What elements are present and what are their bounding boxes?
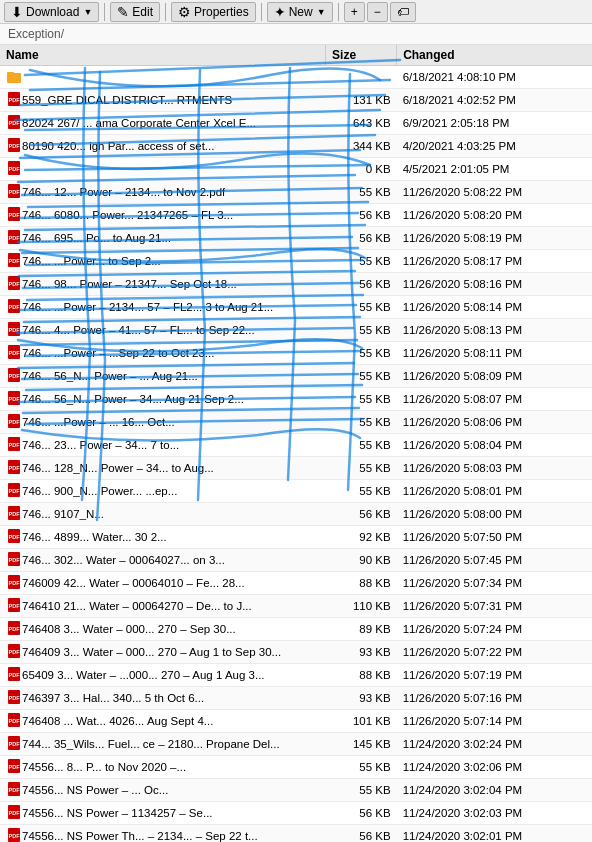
table-row[interactable]: PDF746... 6080... Power... 21347265 – FL… (0, 204, 592, 227)
file-name-cell: PDF746397 3... Hal... 340... 5 th Oct 6.… (0, 687, 326, 710)
pdf-icon: PDF (6, 827, 22, 842)
file-name-text: 746... 23... Power – 34... 7 to... (22, 439, 179, 451)
table-row[interactable]: PDF746410 21... Water – 00064270 – De...… (0, 595, 592, 618)
table-row[interactable]: PDF0 KB4/5/2021 2:01:05 PM (0, 158, 592, 181)
table-row[interactable]: PDF80190 420... igh Par... access of set… (0, 135, 592, 158)
file-name-text: 746... ...Power – ...Sep 22 to Oct 23... (22, 347, 214, 359)
table-row[interactable]: PDF74556... NS Power – 1134257 – Se...56… (0, 802, 592, 825)
file-name-cell: PDF746... 56_N... Power – 34... Aug 21 S… (0, 388, 326, 411)
table-row[interactable]: PDF746408 3... Water – 000... 270 – Sep … (0, 618, 592, 641)
file-size-cell: 56 KB (326, 227, 397, 250)
minus-button[interactable]: − (367, 2, 388, 22)
new-button[interactable]: ✦ New ▼ (267, 2, 333, 22)
column-name[interactable]: Name (0, 45, 326, 66)
svg-text:PDF: PDF (9, 235, 21, 241)
file-name-text: 746009 42... Water – 00064010 – Fe... 28… (22, 577, 245, 589)
pdf-icon: PDF (6, 620, 22, 638)
svg-text:PDF: PDF (9, 396, 21, 402)
file-size-cell: 55 KB (326, 457, 397, 480)
svg-text:PDF: PDF (9, 511, 21, 517)
table-row[interactable]: PDF746... 9107_N...56 KB11/26/2020 5:08:… (0, 503, 592, 526)
table-row[interactable]: PDF746... 56_N... Power – ... Aug 21...5… (0, 365, 592, 388)
table-row[interactable]: PDF746... 4899... Water... 30 2...92 KB1… (0, 526, 592, 549)
column-size[interactable]: Size (326, 45, 397, 66)
pdf-icon: PDF (6, 413, 22, 431)
svg-text:PDF: PDF (9, 557, 21, 563)
table-row[interactable]: 6/18/2021 4:08:10 PM (0, 66, 592, 89)
table-row[interactable]: PDF746... 695... Po... to Aug 21...56 KB… (0, 227, 592, 250)
file-changed-cell: 11/26/2020 5:08:17 PM (397, 250, 592, 273)
pdf-icon: PDF (6, 528, 22, 546)
svg-text:PDF: PDF (9, 534, 21, 540)
table-row[interactable]: PDF746... 56_N... Power – 34... Aug 21 S… (0, 388, 592, 411)
table-row[interactable]: PDF746... 302... Water – 00064027... on … (0, 549, 592, 572)
svg-text:PDF: PDF (9, 741, 21, 747)
table-row[interactable]: PDF746397 3... Hal... 340... 5 th Oct 6.… (0, 687, 592, 710)
table-row[interactable]: PDF746... 4... Power – 41... 57 – FL... … (0, 319, 592, 342)
svg-text:PDF: PDF (9, 695, 21, 701)
file-name-cell: PDF746... 4... Power – 41... 57 – FL... … (0, 319, 326, 342)
tag-button[interactable]: 🏷 (390, 2, 416, 22)
file-changed-cell: 11/26/2020 5:08:07 PM (397, 388, 592, 411)
file-changed-cell: 11/26/2020 5:08:22 PM (397, 181, 592, 204)
file-size-cell: 93 KB (326, 687, 397, 710)
column-changed[interactable]: Changed (397, 45, 592, 66)
svg-text:PDF: PDF (9, 649, 21, 655)
table-row[interactable]: PDF65409 3... Water – ...000... 270 – Au… (0, 664, 592, 687)
file-changed-cell: 11/26/2020 5:07:16 PM (397, 687, 592, 710)
file-changed-cell: 11/26/2020 5:08:03 PM (397, 457, 592, 480)
file-changed-cell: 11/26/2020 5:07:14 PM (397, 710, 592, 733)
pdf-icon: PDF (6, 804, 22, 822)
table-row[interactable]: PDF746... 98... Power – 21347... Sep Oct… (0, 273, 592, 296)
table-row[interactable]: PDF746... ...Power... to Sep 2...55 KB11… (0, 250, 592, 273)
download-button[interactable]: ⬇ Download ▼ (4, 2, 99, 22)
pdf-icon: PDF (6, 712, 22, 730)
separator-1 (104, 3, 105, 21)
file-name-cell: PDF746... 695... Po... to Aug 21... (0, 227, 326, 250)
file-name-text: 746... ...Power – ... 16... Oct... (22, 416, 175, 428)
file-size-cell: 55 KB (326, 388, 397, 411)
properties-button[interactable]: ⚙ Properties (171, 2, 256, 22)
table-row[interactable]: PDF746... 12... Power – 2134... to Nov 2… (0, 181, 592, 204)
file-size-cell (326, 66, 397, 89)
table-row[interactable]: PDF746... 128_N... Power – 34... to Aug.… (0, 457, 592, 480)
file-size-cell: 344 KB (326, 135, 397, 158)
file-changed-cell: 11/26/2020 5:08:19 PM (397, 227, 592, 250)
file-name-text: 746410 21... Water – 00064270 – De... to… (22, 600, 252, 612)
pdf-icon: PDF (6, 505, 22, 523)
table-row[interactable]: PDF74556... NS Power – ... Oc...55 KB11/… (0, 779, 592, 802)
table-row[interactable]: PDF82024 267/ ... ama Corporate Center X… (0, 112, 592, 135)
table-row[interactable]: PDF746... ...Power – ...Sep 22 to Oct 23… (0, 342, 592, 365)
add-button[interactable]: + (344, 2, 365, 22)
table-row[interactable]: PDF746... 23... Power – 34... 7 to...55 … (0, 434, 592, 457)
table-row[interactable]: PDF746... 900_N... Power... ...ep...55 K… (0, 480, 592, 503)
edit-icon: ✎ (117, 5, 129, 19)
file-name-cell: PDF746... 98... Power – 21347... Sep Oct… (0, 273, 326, 296)
file-name-text: 746... ...Power – 2134... 57 – FL2... 3 … (22, 301, 273, 313)
table-row[interactable]: PDF74556... NS Power Th... – 2134... – S… (0, 825, 592, 843)
table-row[interactable]: PDF559_GRE DICAL DISTRICT... RTMENTS131 … (0, 89, 592, 112)
new-icon: ✦ (274, 5, 286, 19)
file-name-text: 559_GRE DICAL DISTRICT... RTMENTS (22, 94, 232, 106)
pdf-icon: PDF (6, 666, 22, 684)
edit-button[interactable]: ✎ Edit (110, 2, 160, 22)
file-name-cell: PDF746... 56_N... Power – ... Aug 21... (0, 365, 326, 388)
table-row[interactable]: PDF74556... 8... P... to Nov 2020 –...55… (0, 756, 592, 779)
table-row[interactable]: PDF746... ...Power – 2134... 57 – FL2...… (0, 296, 592, 319)
table-row[interactable]: PDF744... 35_Wils... Fuel... ce – 2180..… (0, 733, 592, 756)
file-name-cell: PDF746... 12... Power – 2134... to Nov 2… (0, 181, 326, 204)
file-size-cell: 0 KB (326, 158, 397, 181)
table-row[interactable]: PDF746409 3... Water – 000... 270 – Aug … (0, 641, 592, 664)
file-name-cell: PDF746... 4899... Water... 30 2... (0, 526, 326, 549)
file-name-text: 746... 4899... Water... 30 2... (22, 531, 167, 543)
table-row[interactable]: PDF746408 ... Wat... 4026... Aug Sept 4.… (0, 710, 592, 733)
file-name-text: 746... 4... Power – 41... 57 – FL... to … (22, 324, 255, 336)
properties-icon: ⚙ (178, 5, 191, 19)
table-row[interactable]: PDF746009 42... Water – 00064010 – Fe...… (0, 572, 592, 595)
svg-text:PDF: PDF (9, 304, 21, 310)
table-row[interactable]: PDF746... ...Power – ... 16... Oct...55 … (0, 411, 592, 434)
svg-text:PDF: PDF (9, 143, 21, 149)
svg-text:PDF: PDF (9, 787, 21, 793)
file-name-text: 74556... NS Power – 1134257 – Se... (22, 807, 213, 819)
file-name-text: 746... 12... Power – 2134... to Nov 2.pd… (22, 186, 225, 198)
